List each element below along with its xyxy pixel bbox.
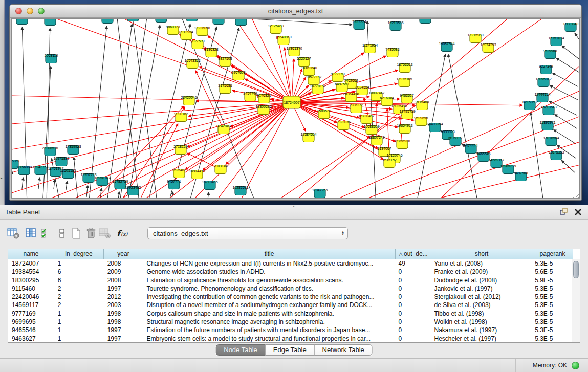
node-label: 18724007 [284,101,299,104]
column-header-title[interactable]: title [143,249,396,259]
cell-year: 1998 [104,318,143,326]
column-header-out_de[interactable]: △out_de... [396,249,431,259]
network-node[interactable] [213,19,224,25]
node-label: 8933928 [441,130,454,134]
cell-name: 9115460 [8,285,54,293]
edge-arrowhead-icon [519,104,523,107]
node-label: 9860123 [166,25,180,29]
cell-title: Embryonic stem cells: a model to study s… [143,335,395,342]
node-label: 15892971 [539,121,555,124]
cell-title: Genome-wide association studies in ADHD. [143,268,395,276]
network-node[interactable] [102,19,113,24]
node-label: 20206576 [42,146,58,150]
column-header-name[interactable]: name [8,249,54,259]
cell-pagerank: 5.3E-5 [531,335,572,342]
cell-title: Structural magnetic resonance image aver… [143,318,395,326]
column-header-pagerank[interactable]: pagerank [532,249,573,259]
expand-panel-arrow-icon[interactable]: ▸ [1,176,3,180]
node-label: 9497568 [514,171,528,175]
sort-ascending-icon: △ [399,251,403,257]
edge-arrowhead-icon [21,177,25,181]
table-row[interactable]: 2242004622012Investigating the contribut… [8,293,572,301]
tab-node-table[interactable]: Node Table [215,344,266,356]
minimize-window-icon[interactable] [27,8,33,14]
network-node[interactable] [16,19,28,25]
cell-in_degree: 1 [54,259,104,268]
network-node[interactable] [235,19,247,26]
column-header-short[interactable]: short [431,249,532,259]
network-edge [42,67,51,199]
network-node[interactable] [420,19,431,24]
window-title: citations_edges.txt [10,5,581,18]
row-options-icon[interactable] [55,227,69,240]
network-edge [109,102,292,199]
node-label: 10807447 [368,91,384,95]
node-label: 9463627 [400,94,413,97]
network-node[interactable] [274,19,286,19]
cell-year: 2008 [104,276,143,285]
node-label: 8912954 [179,30,193,34]
select-columns-icon[interactable] [40,227,53,240]
table-row[interactable]: 1830029562008Estimation of significance … [8,276,572,285]
close-panel-icon[interactable] [575,208,581,217]
splitter-arrow-icon[interactable]: ▲ [292,205,295,208]
node-label: 8186328 [204,48,218,51]
table-row[interactable]: 946362711997Embryonic stem cells: a mode… [8,335,572,342]
node-label: 16409354 [427,122,443,126]
edge-arrowhead-icon [20,27,24,30]
cell-out_de: 0 [395,335,431,342]
cell-year: 1997 [104,335,143,342]
table-selector-dropdown[interactable]: citations_edges.txt ▲▼ [147,227,348,239]
window-titlebar[interactable]: citations_edges.txt [10,5,581,18]
function-builder-icon[interactable]: f(x) [116,227,129,240]
node-label: 10923465 [125,186,141,189]
edge-arrowhead-icon [341,96,344,99]
cell-in_degree: 1 [54,310,104,318]
cell-pagerank: 5.3E-5 [531,326,572,334]
network-node[interactable] [45,19,56,26]
resize-grip-icon[interactable] [573,191,580,198]
network-canvas[interactable]: 1872400798601238912954122260589827509818… [11,18,580,199]
table-settings-icon[interactable] [7,227,20,240]
cell-out_de: 0 [395,318,431,326]
show-column-icon[interactable] [25,227,38,240]
table-row[interactable]: 969969511998Structural magnetic resonanc… [8,318,572,326]
network-edge [211,102,292,199]
table-row[interactable]: 1872400712008Changes of HCN gene express… [8,259,572,268]
column-header-in_degree[interactable]: in_degree [54,249,104,259]
network-view-window: citations_edges.txt 18724007986012389129… [9,4,582,201]
close-window-icon[interactable] [15,8,22,14]
network-node[interactable] [156,19,167,23]
collapsed-control-panel-strip[interactable]: ▸ [0,0,5,205]
scrollbar-thumb[interactable] [573,261,579,278]
cell-year: 1997 [104,326,143,334]
table-row[interactable]: 1938455462009Genome-wide association stu… [8,268,572,276]
zoom-window-icon[interactable] [38,8,45,14]
edge-arrowhead-icon [117,191,120,195]
table-scrollbar[interactable] [572,259,580,342]
column-header-year[interactable]: year [104,249,143,259]
create-column-icon[interactable] [70,227,83,240]
cell-out_de: 0 [395,285,431,293]
float-panel-icon[interactable] [560,208,568,217]
import-table-icon[interactable] [98,227,112,240]
node-label: 10974393 [480,43,496,47]
delete-column-icon[interactable] [84,227,98,240]
edge-arrowhead-icon [366,95,370,98]
table-row[interactable]: 946554611997Estimation of the future num… [8,326,572,334]
table-row[interactable]: 977716911998Corpus callosum shape and si… [8,310,572,318]
table-row[interactable]: 1456911722003Disruption of a novel membe… [8,301,572,309]
network-node[interactable] [127,19,139,21]
network-node[interactable] [186,19,198,21]
table-row[interactable]: 911546021997Tourette syndrome. Phenomeno… [8,285,572,293]
node-label: 16162640 [301,66,317,70]
tab-edge-table[interactable]: Edge Table [266,344,315,356]
tab-network-table[interactable]: Network Table [315,344,373,356]
cell-out_de: 0 [395,293,431,301]
cell-in_degree: 2 [54,301,104,309]
memory-ok-icon[interactable] [572,362,579,369]
edge-arrowhead-icon [397,97,400,100]
network-graph: 1872400798601238912954122260589827509818… [12,19,580,199]
cell-title: Investigating the contribution of common… [143,293,395,301]
node-label: 9827509 [190,39,204,43]
